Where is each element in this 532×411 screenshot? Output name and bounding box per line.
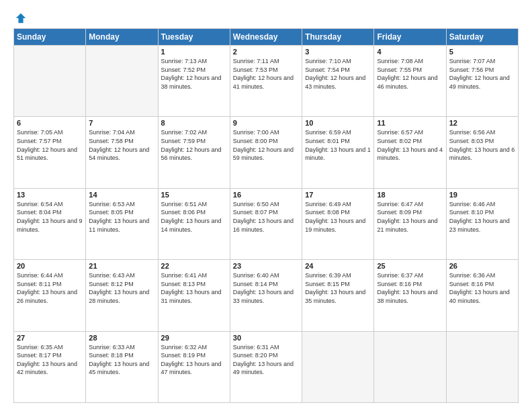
day-number: 8 — [161, 119, 227, 127]
calendar-cell: 24Sunrise: 6:39 AM Sunset: 8:15 PM Dayli… — [302, 260, 374, 331]
calendar-cell: 28Sunrise: 6:33 AM Sunset: 8:18 PM Dayli… — [86, 331, 158, 402]
day-info: Sunrise: 7:10 AM Sunset: 7:54 PM Dayligh… — [305, 57, 371, 91]
calendar-header-row: SundayMondayTuesdayWednesdayThursdayFrid… — [14, 29, 519, 46]
calendar-cell: 23Sunrise: 6:40 AM Sunset: 8:14 PM Dayli… — [230, 260, 302, 331]
calendar-cell: 9Sunrise: 7:00 AM Sunset: 8:00 PM Daylig… — [230, 117, 302, 188]
day-info: Sunrise: 6:49 AM Sunset: 8:08 PM Dayligh… — [305, 200, 371, 234]
calendar-cell: 25Sunrise: 6:37 AM Sunset: 8:16 PM Dayli… — [374, 260, 446, 331]
calendar-cell: 26Sunrise: 6:36 AM Sunset: 8:16 PM Dayli… — [446, 260, 518, 331]
calendar-week-3: 20Sunrise: 6:44 AM Sunset: 8:11 PM Dayli… — [14, 260, 519, 331]
calendar-cell: 13Sunrise: 6:54 AM Sunset: 8:04 PM Dayli… — [14, 188, 86, 259]
header — [13, 12, 519, 21]
day-number: 22 — [161, 262, 227, 270]
calendar-dow-saturday: Saturday — [446, 29, 518, 46]
day-number: 14 — [89, 191, 154, 199]
calendar-cell — [302, 331, 374, 402]
calendar-week-2: 13Sunrise: 6:54 AM Sunset: 8:04 PM Dayli… — [14, 188, 519, 259]
day-number: 12 — [449, 119, 515, 127]
calendar-cell: 22Sunrise: 6:41 AM Sunset: 8:13 PM Dayli… — [158, 260, 230, 331]
page: SundayMondayTuesdayWednesdayThursdayFrid… — [0, 0, 532, 411]
day-info: Sunrise: 6:36 AM Sunset: 8:16 PM Dayligh… — [449, 271, 515, 305]
day-info: Sunrise: 7:00 AM Sunset: 8:00 PM Dayligh… — [233, 128, 299, 162]
day-number: 20 — [17, 262, 83, 270]
day-info: Sunrise: 7:07 AM Sunset: 7:56 PM Dayligh… — [449, 57, 515, 91]
calendar-cell: 21Sunrise: 6:43 AM Sunset: 8:12 PM Dayli… — [86, 260, 158, 331]
calendar-cell: 5Sunrise: 7:07 AM Sunset: 7:56 PM Daylig… — [446, 46, 518, 117]
day-info: Sunrise: 6:50 AM Sunset: 8:07 PM Dayligh… — [233, 200, 299, 234]
calendar-dow-friday: Friday — [374, 29, 446, 46]
calendar-dow-monday: Monday — [86, 29, 158, 46]
calendar-cell: 29Sunrise: 6:32 AM Sunset: 8:19 PM Dayli… — [158, 331, 230, 402]
calendar-cell: 8Sunrise: 7:02 AM Sunset: 7:59 PM Daylig… — [158, 117, 230, 188]
day-info: Sunrise: 7:05 AM Sunset: 7:57 PM Dayligh… — [17, 128, 83, 162]
day-number: 3 — [305, 48, 371, 56]
day-info: Sunrise: 6:59 AM Sunset: 8:01 PM Dayligh… — [305, 128, 371, 162]
day-number: 27 — [17, 334, 83, 342]
day-info: Sunrise: 6:37 AM Sunset: 8:16 PM Dayligh… — [377, 271, 443, 305]
day-info: Sunrise: 7:04 AM Sunset: 7:58 PM Dayligh… — [89, 128, 154, 162]
day-number: 11 — [377, 119, 443, 127]
calendar-cell: 12Sunrise: 6:56 AM Sunset: 8:03 PM Dayli… — [446, 117, 518, 188]
day-info: Sunrise: 6:54 AM Sunset: 8:04 PM Dayligh… — [17, 200, 83, 234]
day-number: 16 — [233, 191, 299, 199]
calendar-cell: 11Sunrise: 6:57 AM Sunset: 8:02 PM Dayli… — [374, 117, 446, 188]
calendar-cell: 10Sunrise: 6:59 AM Sunset: 8:01 PM Dayli… — [302, 117, 374, 188]
calendar-week-0: 1Sunrise: 7:13 AM Sunset: 7:52 PM Daylig… — [14, 46, 519, 117]
day-number: 17 — [305, 191, 371, 199]
calendar-cell: 2Sunrise: 7:11 AM Sunset: 7:53 PM Daylig… — [230, 46, 302, 117]
day-number: 6 — [17, 119, 83, 127]
calendar-cell: 30Sunrise: 6:31 AM Sunset: 8:20 PM Dayli… — [230, 331, 302, 402]
calendar-cell — [446, 331, 518, 402]
day-info: Sunrise: 6:31 AM Sunset: 8:20 PM Dayligh… — [233, 343, 299, 377]
day-number: 15 — [161, 191, 227, 199]
day-number: 30 — [233, 334, 299, 342]
calendar-cell: 27Sunrise: 6:35 AM Sunset: 8:17 PM Dayli… — [14, 331, 86, 402]
calendar-cell: 14Sunrise: 6:53 AM Sunset: 8:05 PM Dayli… — [86, 188, 158, 259]
day-number: 26 — [449, 262, 515, 270]
day-info: Sunrise: 6:44 AM Sunset: 8:11 PM Dayligh… — [17, 271, 83, 305]
calendar-week-4: 27Sunrise: 6:35 AM Sunset: 8:17 PM Dayli… — [14, 331, 519, 402]
day-number: 7 — [89, 119, 154, 127]
day-info: Sunrise: 7:13 AM Sunset: 7:52 PM Dayligh… — [161, 57, 227, 91]
calendar-cell: 15Sunrise: 6:51 AM Sunset: 8:06 PM Dayli… — [158, 188, 230, 259]
calendar-cell — [86, 46, 158, 117]
calendar-cell: 6Sunrise: 7:05 AM Sunset: 7:57 PM Daylig… — [14, 117, 86, 188]
calendar-cell — [374, 331, 446, 402]
day-info: Sunrise: 6:32 AM Sunset: 8:19 PM Dayligh… — [161, 343, 227, 377]
day-number: 19 — [449, 191, 515, 199]
svg-marker-0 — [16, 13, 26, 23]
calendar-cell: 3Sunrise: 7:10 AM Sunset: 7:54 PM Daylig… — [302, 46, 374, 117]
calendar-cell: 7Sunrise: 7:04 AM Sunset: 7:58 PM Daylig… — [86, 117, 158, 188]
day-number: 10 — [305, 119, 371, 127]
day-number: 13 — [17, 191, 83, 199]
day-number: 24 — [305, 262, 371, 270]
day-info: Sunrise: 7:08 AM Sunset: 7:55 PM Dayligh… — [377, 57, 443, 91]
day-info: Sunrise: 6:56 AM Sunset: 8:03 PM Dayligh… — [449, 128, 515, 162]
day-info: Sunrise: 6:41 AM Sunset: 8:13 PM Dayligh… — [161, 271, 227, 305]
calendar-cell: 18Sunrise: 6:47 AM Sunset: 8:09 PM Dayli… — [374, 188, 446, 259]
day-number: 5 — [449, 48, 515, 56]
day-info: Sunrise: 6:53 AM Sunset: 8:05 PM Dayligh… — [89, 200, 154, 234]
day-info: Sunrise: 6:43 AM Sunset: 8:12 PM Dayligh… — [89, 271, 154, 305]
calendar-dow-thursday: Thursday — [302, 29, 374, 46]
day-number: 18 — [377, 191, 443, 199]
logo-icon — [15, 12, 27, 24]
day-number: 2 — [233, 48, 299, 56]
day-number: 4 — [377, 48, 443, 56]
day-number: 1 — [161, 48, 227, 56]
calendar-week-1: 6Sunrise: 7:05 AM Sunset: 7:57 PM Daylig… — [14, 117, 519, 188]
calendar-dow-sunday: Sunday — [14, 29, 86, 46]
day-info: Sunrise: 7:11 AM Sunset: 7:53 PM Dayligh… — [233, 57, 299, 91]
calendar-cell: 16Sunrise: 6:50 AM Sunset: 8:07 PM Dayli… — [230, 188, 302, 259]
day-number: 21 — [89, 262, 154, 270]
calendar-cell — [14, 46, 86, 117]
day-info: Sunrise: 6:39 AM Sunset: 8:15 PM Dayligh… — [305, 271, 371, 305]
calendar-cell: 19Sunrise: 6:46 AM Sunset: 8:10 PM Dayli… — [446, 188, 518, 259]
day-info: Sunrise: 6:35 AM Sunset: 8:17 PM Dayligh… — [17, 343, 83, 377]
logo — [13, 12, 27, 21]
calendar-cell: 17Sunrise: 6:49 AM Sunset: 8:08 PM Dayli… — [302, 188, 374, 259]
day-info: Sunrise: 6:47 AM Sunset: 8:09 PM Dayligh… — [377, 200, 443, 234]
calendar-cell: 4Sunrise: 7:08 AM Sunset: 7:55 PM Daylig… — [374, 46, 446, 117]
calendar-dow-wednesday: Wednesday — [230, 29, 302, 46]
calendar: SundayMondayTuesdayWednesdayThursdayFrid… — [13, 28, 519, 403]
